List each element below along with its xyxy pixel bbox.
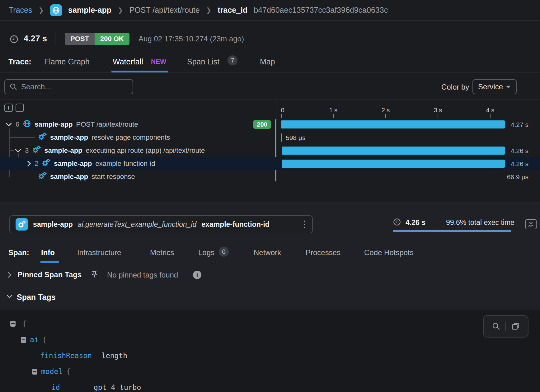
- tab-infrastructure[interactable]: Infrastructure: [77, 248, 121, 257]
- status-badge: 200 OK: [95, 33, 129, 45]
- waterfall-search[interactable]: [4, 79, 133, 94]
- span-tabs: Span: Info Infrastructure Metrics Logs 0…: [0, 248, 540, 264]
- breadcrumb-traces-link[interactable]: Traces: [9, 6, 32, 15]
- exec-time-progress-bar: [393, 230, 511, 232]
- exec-time-summary: 4.26 s 99.6% total exec time: [393, 218, 514, 227]
- span-bar[interactable]: [282, 147, 505, 155]
- span-service: sample-app: [54, 160, 92, 168]
- descendant-count: 6: [16, 120, 19, 128]
- json-brace: {: [22, 320, 27, 328]
- chevron-down-icon[interactable]: [15, 148, 21, 153]
- tab-code-hotspots[interactable]: Code Hotspots: [364, 248, 414, 257]
- collapse-all-button[interactable]: −: [16, 104, 24, 112]
- json-key[interactable]: finishReason: [40, 352, 101, 360]
- descendant-count: 2: [35, 160, 38, 168]
- collapse-node-icon[interactable]: [32, 369, 37, 375]
- span-card-service: sample-app: [33, 220, 73, 229]
- descendant-count: 3: [25, 147, 29, 155]
- span-bar[interactable]: [281, 133, 282, 142]
- collapse-panel-icon[interactable]: [525, 219, 537, 229]
- tab-metrics[interactable]: Metrics: [150, 248, 174, 257]
- axis-tick: [438, 114, 438, 118]
- search-icon: [9, 83, 17, 91]
- json-key[interactable]: ai: [30, 336, 39, 344]
- span-tags-json-view: { ai { finishReason length model { id gp…: [0, 310, 540, 392]
- span-service: sample-app: [50, 133, 88, 142]
- json-key[interactable]: model: [41, 367, 63, 376]
- json-toolbar: [483, 315, 528, 338]
- gears-icon: [42, 158, 50, 169]
- breadcrumb-trace-id-value: b47d60aec135737cc3af396d9ca0633c: [254, 6, 388, 15]
- span-row-post-api-text-route[interactable]: 6 sample-app POST /api/text/route 200 4.…: [0, 118, 540, 131]
- active-tab-underline: [40, 261, 59, 263]
- tab-network[interactable]: Network: [254, 248, 281, 257]
- trace-summary: 4.27 s POST 200 OK Aug 02 17:35:10.274 (…: [0, 32, 540, 46]
- info-icon[interactable]: i: [193, 271, 201, 279]
- tab-map[interactable]: Map: [260, 57, 275, 66]
- chevron-right-icon[interactable]: [7, 272, 12, 279]
- trace-timestamp: Aug 02 17:35:10.274 (23m ago): [139, 35, 244, 43]
- chevron-right-icon: ❯: [38, 7, 44, 14]
- json-key[interactable]: id: [51, 383, 94, 391]
- pinned-span-tags-section[interactable]: Pinned Span Tags No pinned tags found i: [0, 264, 540, 286]
- span-duration: 4.26 s: [511, 160, 528, 168]
- span-duration-value: 4.26 s: [406, 218, 425, 227]
- gears-icon: [32, 145, 41, 156]
- span-row-start-response[interactable]: sample-app start response 66.9 μs: [0, 170, 540, 183]
- axis-tick-label: 2 s: [382, 107, 390, 114]
- span-duration: 4.27 s: [511, 121, 528, 128]
- tab-info[interactable]: Info: [41, 248, 55, 257]
- color-by-select[interactable]: Service: [472, 79, 517, 94]
- span-card-resource: example-function-id: [201, 220, 270, 229]
- axis-tick: [333, 114, 334, 118]
- span-bar[interactable]: [282, 160, 505, 168]
- search-icon[interactable]: [492, 322, 500, 331]
- chevron-down-icon[interactable]: [6, 294, 13, 300]
- collapse-node-icon[interactable]: [10, 321, 16, 327]
- gears-icon: [38, 171, 47, 182]
- tab-waterfall[interactable]: Waterfall: [113, 57, 143, 66]
- span-duration: 4.26 s: [511, 147, 528, 155]
- trace-duration: 4.27 s: [24, 34, 47, 44]
- json-value[interactable]: length: [101, 352, 127, 360]
- tab-logs[interactable]: Logs: [198, 248, 214, 257]
- axis-tick: [490, 114, 491, 118]
- json-value[interactable]: gpt-4-turbo: [94, 383, 141, 391]
- waterfall-view: + − 0 1 s 2 s 3 s 4 s: [0, 100, 540, 187]
- color-by-value: Service: [478, 82, 503, 91]
- span-tabs-label: Span:: [8, 248, 29, 257]
- breadcrumb-trace-id-label: trace_id: [218, 6, 247, 15]
- chevron-right-icon[interactable]: [27, 160, 31, 167]
- trace-page: Traces ❯ sample-app ❯ POST /api/text/rou…: [0, 0, 540, 392]
- span-operation: resolve page components: [92, 133, 170, 142]
- span-row-resolve-page-components[interactable]: sample-app resolve page components 598 μ…: [0, 131, 540, 144]
- expand-all-button[interactable]: +: [4, 104, 13, 112]
- axis-tick: [281, 114, 282, 118]
- trace-tabs-label: Trace:: [8, 57, 31, 66]
- breadcrumb-service[interactable]: sample-app: [68, 6, 111, 15]
- kebab-menu-icon[interactable]: [303, 219, 307, 230]
- json-row-id: id gpt-4-turbo: [51, 382, 141, 392]
- breadcrumb-resource[interactable]: POST /api/text/route: [129, 6, 200, 15]
- span-row-executing-api-route[interactable]: 3: [0, 144, 540, 157]
- chevron-right-icon: ❯: [118, 7, 123, 14]
- chevron-down-icon[interactable]: [5, 122, 12, 127]
- span-operation: executing api route (app) /api/text/rout…: [86, 147, 205, 155]
- copy-icon[interactable]: [511, 322, 520, 331]
- divider: [505, 322, 506, 331]
- clock-icon: [393, 218, 401, 227]
- method-badge: POST: [65, 33, 95, 45]
- span-card-operation: ai.generateText_example_function_id: [78, 220, 196, 229]
- span-bar[interactable]: [281, 120, 505, 128]
- tab-processes[interactable]: Processes: [306, 248, 340, 257]
- tab-flame-graph[interactable]: Flame Graph: [44, 57, 90, 66]
- tab-span-list[interactable]: Span List: [187, 57, 219, 66]
- globe-icon: [23, 119, 31, 130]
- span-row-example-function-id[interactable]: 2: [0, 157, 540, 170]
- axis-tick-label: 4 s: [486, 107, 495, 114]
- span-service: sample-app: [35, 120, 73, 128]
- search-input[interactable]: [21, 82, 128, 91]
- json-brace: {: [42, 336, 47, 344]
- pinned-empty-message: No pinned tags found: [107, 271, 178, 279]
- collapse-node-icon[interactable]: [21, 337, 26, 343]
